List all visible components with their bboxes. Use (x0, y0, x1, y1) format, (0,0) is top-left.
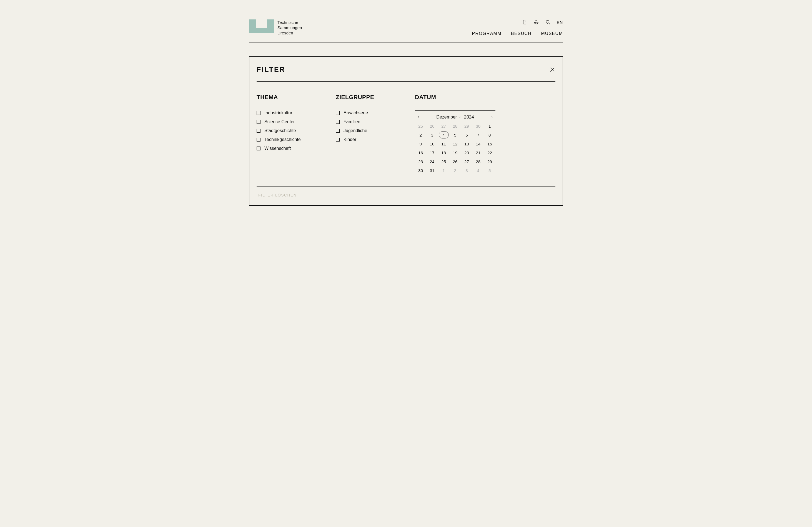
calendar-day[interactable]: 23 (415, 158, 426, 165)
calendar-day[interactable]: 4 (439, 131, 449, 138)
calendar-day: 25 (415, 122, 426, 130)
svg-point-4 (546, 20, 549, 23)
thema-label: Technikgeschichte (264, 137, 301, 142)
calendar-day[interactable]: 6 (461, 131, 473, 138)
calendar-day[interactable]: 7 (473, 131, 484, 138)
checkbox-icon (257, 147, 260, 150)
calendar-day[interactable]: 20 (461, 149, 473, 156)
checkbox-icon (336, 111, 339, 115)
thema-title: THEMA (257, 94, 336, 101)
calendar-day: 5 (484, 167, 495, 174)
accessibility-icon[interactable] (522, 19, 527, 25)
zielgruppe-list: ErwachseneFamilienJugendlicheKinder (336, 110, 415, 142)
calendar-day[interactable]: 24 (426, 158, 438, 165)
calendar-day[interactable]: 8 (484, 131, 495, 138)
calendar-day[interactable]: 2 (415, 131, 426, 138)
calendar-day[interactable]: 5 (449, 131, 461, 138)
site-header: Technische Sammlungen Dresden (249, 19, 563, 43)
calendar-day: 30 (473, 122, 484, 130)
calendar-day[interactable]: 25 (438, 158, 449, 165)
checkbox-icon (257, 129, 260, 133)
calendar-day[interactable]: 17 (426, 149, 438, 156)
svg-line-5 (549, 23, 550, 25)
calendar-day[interactable]: 16 (415, 149, 426, 156)
zielgruppe-item[interactable]: Familien (336, 119, 415, 124)
brand-text: Technische Sammlungen Dresden (277, 19, 302, 35)
calendar-day[interactable]: 13 (461, 140, 473, 147)
brand-line-2: Sammlungen (277, 25, 302, 31)
calendar-day[interactable]: 31 (426, 167, 438, 174)
calendar-next-icon[interactable] (489, 115, 494, 120)
language-toggle[interactable]: EN (557, 20, 563, 25)
calendar-day: 27 (438, 122, 449, 130)
checkbox-icon (257, 138, 260, 141)
calendar-month-label: Dezember (436, 115, 457, 120)
checkbox-icon (257, 120, 260, 124)
filter-footer: FILTER LÖSCHEN (257, 186, 555, 198)
calendar-day[interactable]: 29 (484, 158, 495, 165)
column-thema: THEMA IndustriekulturScience CenterStadt… (257, 94, 336, 174)
zielgruppe-title: ZIELGRUPPE (336, 94, 415, 101)
zielgruppe-item[interactable]: Jugendliche (336, 128, 415, 133)
calendar-grid: 2526272829301234567891011121314151617181… (415, 122, 495, 174)
zielgruppe-label: Kinder (344, 137, 356, 142)
search-icon[interactable] (545, 19, 551, 25)
thema-item[interactable]: Science Center (257, 119, 336, 124)
nav-museum[interactable]: MUSEUM (541, 31, 563, 36)
filter-body: THEMA IndustriekulturScience CenterStadt… (257, 81, 555, 186)
logo-icon (249, 19, 274, 33)
calendar-day[interactable]: 3 (426, 131, 438, 138)
thema-item[interactable]: Industriekultur (257, 110, 336, 116)
calendar-day[interactable]: 26 (449, 158, 461, 165)
close-icon[interactable] (549, 66, 555, 73)
thema-item[interactable]: Wissenschaft (257, 146, 336, 151)
filter-title: FILTER (257, 65, 286, 74)
calendar-day: 4 (473, 167, 484, 174)
calendar-day[interactable]: 21 (473, 149, 484, 156)
primary-nav: PROGRAMM BESUCH MUSEUM (472, 31, 563, 36)
nav-programm[interactable]: PROGRAMM (472, 31, 502, 36)
checkbox-icon (336, 120, 339, 124)
column-datum: DATUM Dezember (415, 94, 495, 174)
chevron-down-icon (459, 116, 461, 119)
calendar-day[interactable]: 15 (484, 140, 495, 147)
brand[interactable]: Technische Sammlungen Dresden (249, 19, 302, 35)
calendar-day[interactable]: 14 (473, 140, 484, 147)
calendar-day: 28 (449, 122, 461, 130)
calendar-day[interactable]: 19 (449, 149, 461, 156)
calendar-day[interactable]: 9 (415, 140, 426, 147)
header-right: EN PROGRAMM BESUCH MUSEUM (472, 19, 563, 36)
calendar-day[interactable]: 28 (473, 158, 484, 165)
thema-label: Industriekultur (264, 110, 292, 116)
calendar-day[interactable]: 30 (415, 167, 426, 174)
zielgruppe-label: Jugendliche (344, 128, 367, 133)
calendar-month-select[interactable]: Dezember (436, 115, 461, 120)
thema-item[interactable]: Technikgeschichte (257, 137, 336, 142)
calendar-day[interactable]: 27 (461, 158, 473, 165)
sign-language-icon[interactable] (534, 19, 539, 25)
thema-item[interactable]: Stadtgeschichte (257, 128, 336, 133)
calendar-day[interactable]: 12 (449, 140, 461, 147)
thema-label: Wissenschaft (264, 146, 291, 151)
calendar-day: 1 (438, 167, 449, 174)
svg-rect-2 (249, 28, 274, 33)
checkbox-icon (257, 111, 260, 115)
calendar-day[interactable]: 22 (484, 149, 495, 156)
calendar-day[interactable]: 1 (484, 122, 495, 130)
filter-panel: FILTER THEMA IndustriekulturScience Cent… (249, 56, 563, 206)
zielgruppe-item[interactable]: Erwachsene (336, 110, 415, 116)
svg-point-3 (536, 20, 537, 21)
calendar-day[interactable]: 18 (438, 149, 449, 156)
filter-header: FILTER (257, 65, 555, 81)
calendar-day[interactable]: 11 (438, 140, 449, 147)
column-zielgruppe: ZIELGRUPPE ErwachseneFamilienJugendliche… (336, 94, 415, 174)
calendar-day: 26 (426, 122, 438, 130)
calendar-day[interactable]: 10 (426, 140, 438, 147)
calendar-prev-icon[interactable] (416, 115, 421, 120)
zielgruppe-item[interactable]: Kinder (336, 137, 415, 142)
nav-besuch[interactable]: BESUCH (511, 31, 532, 36)
checkbox-icon (336, 129, 339, 133)
clear-filter-button[interactable]: FILTER LÖSCHEN (257, 193, 296, 197)
datum-title: DATUM (415, 94, 495, 101)
brand-line-1: Technische (277, 20, 302, 25)
